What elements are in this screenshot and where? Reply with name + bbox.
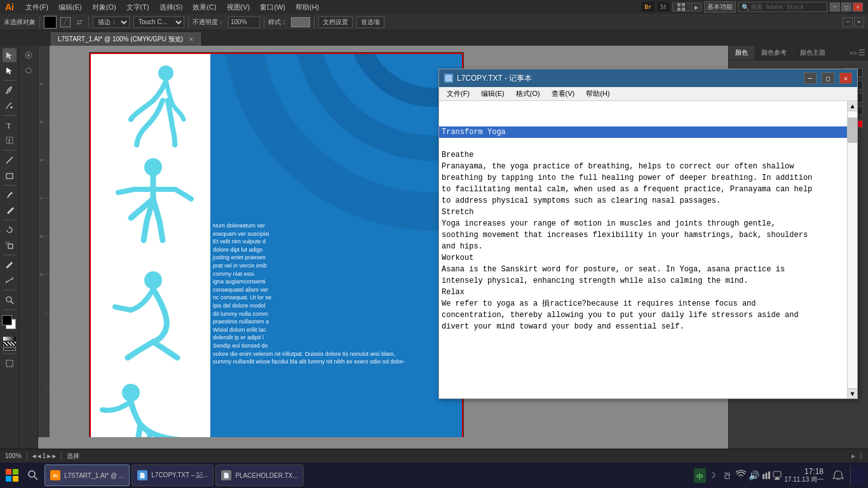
- select-menu[interactable]: 选择(S): [156, 1, 187, 13]
- maximize-btn[interactable]: □: [841, 3, 851, 11]
- taskbar-placeholder-icon: 📄: [221, 470, 231, 480]
- rotate-tool[interactable]: [3, 223, 17, 237]
- direct-select-tool[interactable]: [3, 64, 17, 78]
- first-page-btn[interactable]: ◀: [37, 452, 41, 459]
- taskbar-placeholder-task[interactable]: 📄 PLACEHOLDER.TX...: [215, 464, 303, 486]
- measure-tool[interactable]: [3, 273, 17, 287]
- toolbar-extras: ⋯ ≡: [843, 17, 864, 27]
- text-menu[interactable]: 文字(T): [123, 1, 153, 13]
- color-tab[interactable]: 颜色: [729, 46, 755, 60]
- notepad-view-menu[interactable]: 查看(V): [546, 88, 580, 100]
- tool-sep4: [3, 185, 16, 186]
- brush-select[interactable]: Touch C...: [133, 17, 184, 28]
- view-menu[interactable]: 视图(V): [223, 1, 254, 13]
- scroll-thumb[interactable]: [848, 118, 857, 143]
- color-theme-tab[interactable]: 颜色主题: [794, 46, 832, 60]
- help-menu[interactable]: 帮助(H): [292, 1, 323, 13]
- prev-page-btn[interactable]: ◀: [32, 452, 36, 459]
- notepad-edit-menu[interactable]: 编辑(E): [476, 88, 510, 100]
- show-desktop-btn[interactable]: [850, 466, 865, 485]
- panel-menu-btn[interactable]: ☰: [858, 48, 865, 57]
- bg-color-chip[interactable]: [2, 315, 12, 325]
- object-menu[interactable]: 对象(O): [88, 1, 120, 13]
- pencil-tool[interactable]: [3, 203, 17, 217]
- svg-rect-87: [763, 474, 764, 479]
- gradient-icon[interactable]: [3, 337, 16, 341]
- arrange-view[interactable]: ≡: [854, 17, 864, 27]
- artboard-tool[interactable]: [3, 356, 17, 370]
- grid-icon[interactable]: [672, 3, 690, 11]
- notepad-content[interactable]: Transform Yoga Breathe Pranayama, the yo…: [439, 101, 847, 398]
- eyedropper-tool[interactable]: [3, 258, 17, 272]
- notepad-help-menu[interactable]: 帮助(H): [581, 88, 614, 100]
- taskbar-notepad-task[interactable]: 📄 L7COPY.TXT – 記...: [132, 464, 214, 486]
- notepad-maximize-btn[interactable]: □: [822, 72, 834, 84]
- area-type-tool[interactable]: T: [3, 133, 17, 147]
- top-right-controls: Br St ▶ 基本功能 🔍 搜索 Adobe Stock ─ □ ✕: [642, 1, 863, 13]
- notepad-close-btn[interactable]: ✕: [839, 72, 852, 84]
- next-page-btn[interactable]: ▶: [47, 452, 51, 459]
- edit-menu[interactable]: 编辑(E): [55, 1, 86, 13]
- line-tool[interactable]: [3, 153, 17, 167]
- color-guide-tab[interactable]: 颜色参考: [755, 46, 794, 60]
- secondary-tool2[interactable]: [22, 64, 36, 78]
- taskbar-network-area[interactable]: [736, 469, 746, 482]
- arrange-icon[interactable]: ▶: [691, 3, 702, 11]
- notepad-file-menu[interactable]: 文件(F): [442, 88, 475, 100]
- svg-point-17: [6, 297, 11, 302]
- tab-close-btn[interactable]: ✕: [189, 36, 194, 43]
- taskbar-moon-icon[interactable]: ☽: [709, 470, 718, 481]
- notepad-minimize-btn[interactable]: ─: [804, 72, 817, 84]
- lorem-textbox[interactable]: Num doloreeturn ver esequam ver suscipis…: [210, 219, 445, 437]
- paintbrush-tool[interactable]: [3, 188, 17, 202]
- bridge-icon[interactable]: Br: [642, 2, 654, 12]
- zoom-tool[interactable]: [3, 293, 17, 307]
- scroll-up-btn[interactable]: ▲: [848, 101, 857, 111]
- taskbar-notification-btn[interactable]: [829, 466, 848, 485]
- workspace-btn[interactable]: 基本功能: [704, 1, 736, 13]
- panel-expand-btn[interactable]: >>: [850, 50, 857, 57]
- panel-toggle[interactable]: ⋯: [843, 17, 853, 27]
- type-tool[interactable]: T: [3, 118, 17, 132]
- scroll-track[interactable]: [848, 111, 857, 388]
- start-button[interactable]: [3, 466, 22, 485]
- opacity-input[interactable]: [228, 17, 260, 28]
- document-tab[interactable]: L7START_1.AI* @ 100% (CMYK/GPU 预览) ✕: [51, 32, 201, 46]
- rect-tool[interactable]: [3, 168, 17, 182]
- pen-tool[interactable]: [3, 83, 17, 97]
- window-menu[interactable]: 窗口(W): [256, 1, 289, 13]
- page-navigation[interactable]: ◀ ◀ 1 ▶ ▶: [32, 452, 57, 459]
- notepad-format-menu[interactable]: 格式(O): [511, 88, 545, 100]
- preferences-btn[interactable]: 首选项: [356, 17, 384, 28]
- taskbar-search-btn[interactable]: [24, 466, 43, 485]
- tab-bar: L7START_1.AI* @ 100% (CMYK/GPU 预览) ✕: [0, 30, 868, 46]
- scale-tool[interactable]: [3, 238, 17, 252]
- selection-tool[interactable]: [3, 48, 17, 62]
- taskbar-ime-btn[interactable]: 中: [694, 468, 706, 483]
- taskbar-volume-icon[interactable]: 🔊: [749, 470, 759, 480]
- file-menu[interactable]: 文件(F): [22, 1, 52, 13]
- search-bar[interactable]: 🔍 搜索 Adobe Stock: [738, 2, 827, 12]
- taskbar-ai-task[interactable]: Ai L7START_1.AI* @ ...: [44, 464, 130, 486]
- taskbar-health-icon[interactable]: 건: [721, 469, 733, 482]
- secondary-tool1[interactable]: [22, 48, 36, 62]
- swap-colors-icon[interactable]: [74, 17, 85, 27]
- close-btn[interactable]: ✕: [853, 3, 863, 11]
- yoga-figure-3: [102, 269, 204, 361]
- stroke-type-select[interactable]: 描边：: [93, 17, 130, 28]
- minimize-btn[interactable]: ─: [830, 3, 840, 11]
- left-panel2: [19, 46, 38, 449]
- pattern-icon[interactable]: [3, 342, 16, 346]
- notepad-window: L7COPY.TXT - 记事本 ─ □ ✕ 文件(F) 编辑(E) 格式(O)…: [438, 69, 858, 399]
- add-anchor-tool[interactable]: [3, 98, 17, 112]
- fill-color[interactable]: [44, 16, 57, 29]
- stock-icon[interactable]: St: [657, 2, 670, 12]
- doc-settings-btn[interactable]: 文档设置: [318, 17, 353, 28]
- none-fill-icon[interactable]: [3, 347, 16, 351]
- last-page-btn[interactable]: ▶: [52, 452, 56, 459]
- notepad-icon: [444, 74, 453, 83]
- effect-menu[interactable]: 效果(C): [189, 1, 220, 13]
- stroke-color[interactable]: ╱: [60, 17, 71, 27]
- notepad-scrollbar[interactable]: ▲ ▼: [847, 101, 857, 398]
- scroll-down-btn[interactable]: ▼: [848, 388, 857, 398]
